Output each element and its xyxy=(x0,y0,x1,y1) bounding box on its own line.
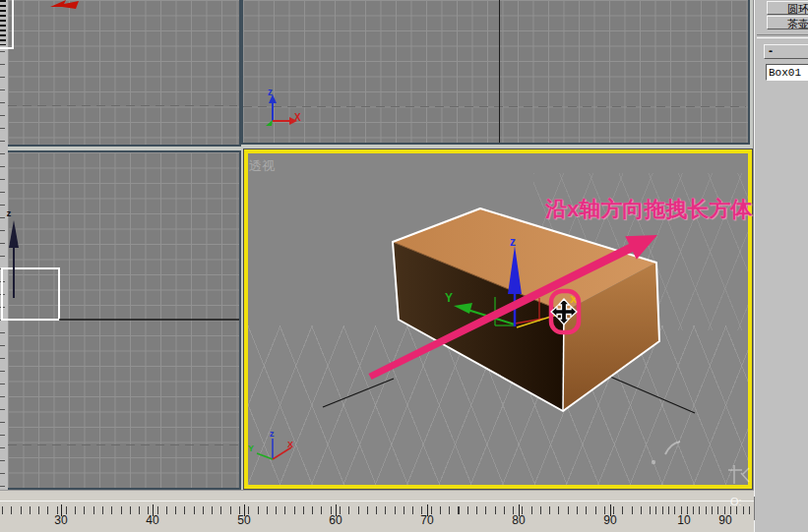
scene-overlay: z X z xyxy=(0,0,808,532)
persp-tripod-z-label: z xyxy=(270,429,275,439)
home-grid-axis-left xyxy=(323,379,394,407)
drag-instruction-text: 沿x轴方向拖拽长方体 xyxy=(545,195,758,224)
front-view-axis-tripod: z X xyxy=(266,87,301,126)
box-outline-top-view xyxy=(0,0,13,48)
gizmo-z-label: z xyxy=(510,235,516,249)
home-grid-axis-right xyxy=(610,377,695,413)
max-application-window: 透视 圆环 茶壶 - Box01 30 40 50 60 70 80 90 10… xyxy=(0,0,808,532)
watermark-artifacts xyxy=(652,442,749,484)
persp-tripod-x-label: X xyxy=(287,440,293,449)
persp-tripod-y-label: Y xyxy=(248,443,254,453)
left-tripod-z-label: z xyxy=(7,208,12,218)
left-view-axis-arrow: z xyxy=(7,208,19,298)
box-outline-left-view[interactable] xyxy=(2,268,59,320)
perspective-axis-tripod: z Y X xyxy=(248,429,293,459)
front-tripod-x-label: X xyxy=(294,112,301,123)
box-front-right-edge xyxy=(563,312,564,411)
gizmo-y-label: Y xyxy=(445,291,453,305)
red-arrow-fragment xyxy=(50,0,79,9)
ruler-ghost-text: O: xyxy=(730,496,742,507)
front-tripod-z-label: z xyxy=(268,87,273,97)
